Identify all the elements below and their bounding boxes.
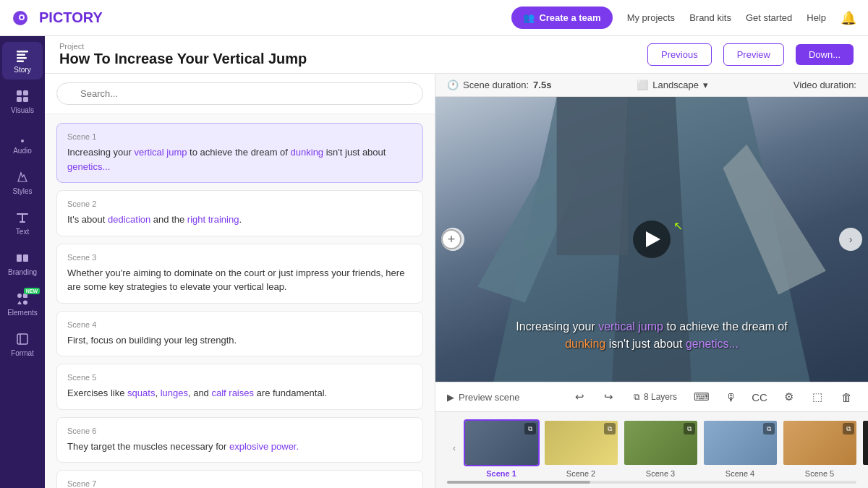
scene-5-label: Scene 5 — [67, 373, 412, 382]
mic-button[interactable]: 🎙 — [720, 387, 741, 407]
get-started-link[interactable]: Get started — [746, 12, 792, 23]
top-nav: PICTORY 👥 Create a team My projects Bran… — [0, 0, 868, 36]
timeline-left-arrow[interactable]: ‹ — [447, 419, 461, 477]
help-link[interactable]: Help — [807, 12, 826, 23]
undo-button[interactable]: ↩ — [570, 387, 590, 407]
project-title: How To Increase Your Vertical Jump — [59, 51, 636, 67]
search-input[interactable] — [56, 82, 423, 105]
scenes-list: Scene 1 Increasing your vertical jump to… — [45, 114, 435, 488]
brand-kits-link[interactable]: Brand kits — [689, 12, 731, 23]
create-team-button[interactable]: 👥 Create a team — [511, 7, 612, 29]
timeline-scrollbar[interactable] — [447, 481, 856, 484]
sidebar-item-format[interactable]: Format — [2, 325, 43, 363]
svg-rect-4 — [17, 54, 25, 56]
story-label: Story — [14, 66, 30, 74]
sidebar-item-audio[interactable]: Audio — [2, 123, 43, 160]
preview-scene-button[interactable]: ▶ Preview scene — [447, 392, 520, 403]
preview-button[interactable]: Preview — [723, 43, 784, 66]
scene-card-5[interactable]: Scene 5 Exercises like squats, lunges, a… — [56, 364, 423, 410]
scene-card-2[interactable]: Scene 2 It's about dedication and the ri… — [56, 190, 423, 236]
elements-label: Elements — [7, 309, 38, 317]
clock-icon: 🕐 — [447, 80, 459, 90]
scene-2-layer-icon: ⧉ — [604, 423, 616, 435]
preview-scene-label: Preview scene — [459, 392, 520, 403]
styles-icon — [14, 169, 30, 185]
svg-point-16 — [23, 301, 27, 305]
landscape-icon: ⬜ — [637, 80, 648, 90]
my-projects-link[interactable]: My projects — [627, 12, 675, 23]
timeline-scene-4[interactable]: ⧉ Scene 4 — [700, 419, 780, 478]
sidebar: Story Visuals Audio Styles Text — [0, 36, 45, 488]
scene-card-1[interactable]: Scene 1 Increasing your vertical jump to… — [56, 123, 423, 183]
layers-button[interactable]: ⧉ 8 Layers — [628, 389, 683, 405]
scene-4-layer-icon: ⧉ — [763, 423, 775, 435]
create-team-icon: 👥 — [523, 12, 535, 23]
close-captions-button[interactable]: CC — [749, 387, 770, 407]
scene-6-text: They target the muscles necessary for ex… — [67, 440, 412, 454]
timeline-scene-6[interactable]: ⧉ Scene 6 — [859, 419, 868, 478]
timeline-scene-5[interactable]: ⧉ Scene 5 — [780, 419, 859, 478]
audio-icon — [14, 129, 30, 145]
scene-duration-label: Scene duration: — [463, 80, 529, 90]
sidebar-item-elements[interactable]: NEW Elements — [2, 285, 43, 322]
format-label: Format — [11, 349, 34, 357]
svg-rect-13 — [23, 254, 28, 262]
audio-label: Audio — [13, 147, 32, 155]
scene-card-4[interactable]: Scene 4 First, focus on building your le… — [56, 311, 423, 357]
scene-duration-info: 🕐 Scene duration: 7.5s — [447, 80, 551, 90]
scene-5-text: Exercises like squats, lunges, and calf … — [67, 386, 412, 401]
scene-card-6[interactable]: Scene 6 They target the muscles necessar… — [56, 417, 423, 463]
timeline-scene-3[interactable]: ⧉ Scene 3 — [621, 419, 700, 478]
share-button[interactable]: ⬚ — [807, 387, 827, 407]
scene-3-layer-icon: ⧉ — [684, 423, 695, 435]
story-icon — [14, 48, 30, 64]
sidebar-item-visuals[interactable]: Visuals — [2, 82, 43, 120]
cursor: ↖ — [673, 219, 679, 225]
timeline-scene-1[interactable]: ⧉ Scene 1 — [461, 419, 541, 478]
elements-badge: NEW — [24, 288, 40, 294]
sidebar-item-styles[interactable]: Styles — [2, 163, 43, 201]
play-button[interactable] — [633, 221, 671, 258]
scene-1-thumb-label: Scene 1 — [486, 469, 516, 478]
orientation-selector[interactable]: ⬜ Landscape ▾ — [637, 80, 708, 90]
branding-label: Branding — [8, 268, 37, 276]
download-button[interactable]: Down... — [796, 44, 854, 65]
scene-7-label: Scene 7 — [67, 479, 412, 488]
add-scene-button[interactable]: + — [441, 229, 461, 249]
delete-button[interactable]: 🗑 — [836, 387, 856, 407]
scene-3-thumbnail: ⧉ — [623, 419, 699, 466]
scene-1-layer-icon: ⧉ — [524, 423, 536, 435]
subtitle-bar: Increasing your vertical jump to achieve… — [457, 318, 846, 353]
scenes-panel: 🔍 Scene 1 Increasing your vertical jump … — [45, 74, 435, 488]
scene-3-text: Whether you're aiming to dominate on the… — [67, 266, 412, 294]
redo-button[interactable]: ↪ — [599, 387, 619, 407]
scene-card-7[interactable]: Scene 7 — [56, 470, 423, 488]
bottom-toolbar: ▶ Preview scene ↩ ↪ ⧉ 8 Layers ⌨ 🎙 CC ⚙ … — [435, 382, 868, 411]
scene-2-thumb-label: Scene 2 — [566, 469, 595, 478]
sidebar-item-text[interactable]: Text — [2, 204, 43, 241]
svg-point-2 — [20, 16, 23, 19]
layers-icon: ⧉ — [634, 392, 640, 402]
scene-2-highlight-1: dedication — [108, 214, 150, 225]
previous-button[interactable]: Previous — [647, 43, 712, 66]
styles-label: Styles — [12, 187, 32, 195]
sidebar-item-story[interactable]: Story — [2, 42, 43, 80]
scene-1-highlight-1: vertical jump — [135, 147, 187, 158]
create-team-label: Create a team — [539, 12, 600, 23]
scene-1-thumbnail: ⧉ — [464, 419, 540, 466]
scene-6-label: Scene 6 — [67, 427, 412, 435]
settings-button[interactable]: ⚙ — [778, 387, 799, 407]
video-next-button[interactable]: › — [839, 228, 862, 251]
bell-icon[interactable]: 🔔 — [841, 10, 856, 26]
scene-1-text: Increasing your vertical jump to achieve… — [67, 145, 412, 174]
keyboard-button[interactable]: ⌨ — [692, 387, 712, 407]
svg-rect-10 — [23, 97, 28, 102]
timeline-scene-2[interactable]: ⧉ Scene 2 — [541, 419, 621, 478]
scene-card-3[interactable]: Scene 3 Whether you're aiming to dominat… — [56, 244, 423, 304]
visuals-label: Visuals — [11, 106, 34, 114]
scene-2-label: Scene 2 — [67, 200, 412, 208]
sidebar-item-branding[interactable]: Branding — [2, 244, 43, 282]
project-header: Project How To Increase Your Vertical Ju… — [45, 36, 868, 74]
text-label: Text — [16, 228, 29, 236]
logo: PICTORY — [12, 7, 103, 30]
